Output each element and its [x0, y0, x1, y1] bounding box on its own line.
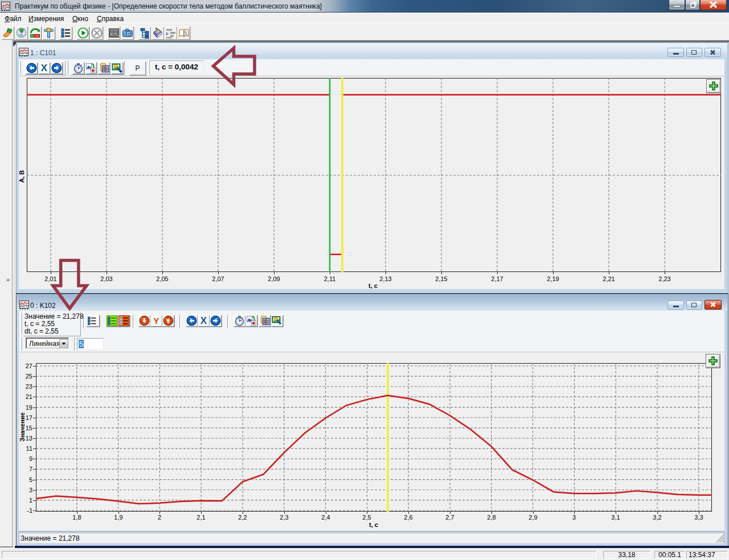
- svg-text:Y: Y: [153, 316, 159, 326]
- svg-text:X: X: [41, 63, 48, 73]
- svg-text:c:\_: c:\_: [110, 32, 120, 36]
- svg-text:X: X: [200, 315, 207, 326]
